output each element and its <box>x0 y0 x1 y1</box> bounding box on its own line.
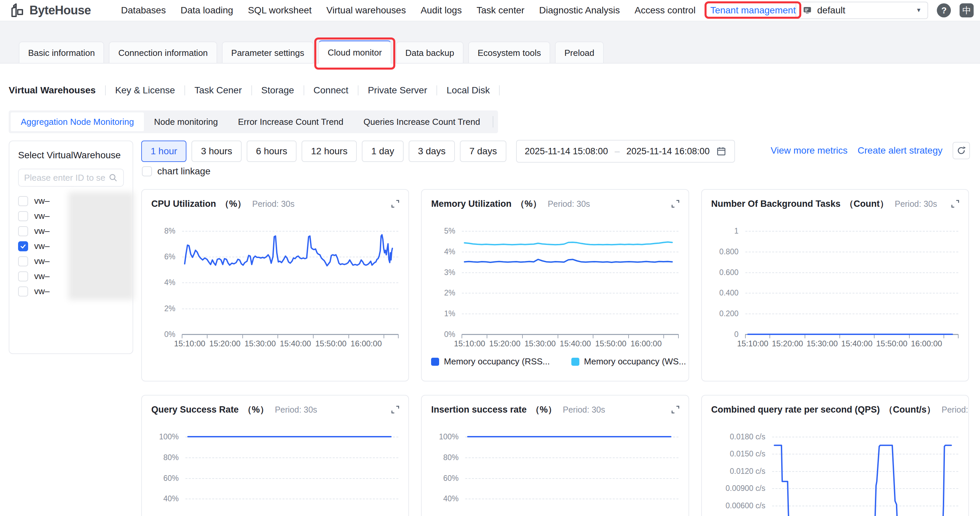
chart-period-label: Period: 30s <box>252 199 294 209</box>
refresh-button[interactable] <box>953 142 970 159</box>
virtual-warehouse-panel: Select VirtualWarehouse Please enter ID … <box>9 141 133 354</box>
legend-item[interactable]: Memory occupancy (RSS... <box>431 356 550 367</box>
subnav-item-local-disk[interactable]: Local Disk <box>437 85 499 96</box>
chart-card-query_success: Query Success Rate（%）Period: 30s100%80%6… <box>141 395 409 516</box>
expand-icon[interactable] <box>950 199 960 209</box>
redacted-region <box>68 192 134 300</box>
nav-item-task-center[interactable]: Task center <box>477 5 525 16</box>
expand-icon[interactable] <box>390 405 400 414</box>
subnav-item-task-cener[interactable]: Task Cener <box>185 85 251 96</box>
x-axis-label: 15:20:00 <box>772 339 803 348</box>
range-button-7-days[interactable]: 7 days <box>460 141 506 162</box>
chart-header: Combined query rate per second (QPS)（Cou… <box>711 403 960 416</box>
chart-title: Query Success Rate <box>151 405 239 415</box>
range-button-1-hour[interactable]: 1 hour <box>141 141 186 162</box>
divider <box>499 85 500 95</box>
chart-linkage-toggle[interactable]: chart linkage <box>142 166 210 177</box>
divider <box>493 116 493 127</box>
warehouse-checkbox[interactable] <box>18 226 28 236</box>
warehouse-checkbox[interactable] <box>18 271 28 281</box>
axis-tick <box>593 334 593 338</box>
help-button[interactable]: ? <box>937 3 951 17</box>
nav-item-tenant-management[interactable]: Tenant management <box>710 5 795 16</box>
subnav-item-virtual-warehouses[interactable]: Virtual Warehouses <box>9 85 105 96</box>
monitor-tab-node-monitoring[interactable]: Node monitoring <box>144 113 228 131</box>
chart-grid-row1: CPU Utilization（%）Period: 30s8%6%4%2%0%1… <box>141 189 969 381</box>
page: ByteHouse DatabasesData loadingSQL works… <box>0 0 980 516</box>
create-alert-strategy-link[interactable]: Create alert strategy <box>858 145 942 156</box>
range-button-1-day[interactable]: 1 day <box>362 141 404 162</box>
y-axis-label: 0.00900 c/s <box>702 484 765 493</box>
chart-line-plot <box>772 426 958 516</box>
y-axis-label: 0.200 <box>702 309 739 318</box>
nav-item-sql-worksheet[interactable]: SQL worksheet <box>248 5 312 16</box>
nav-item-virtual-warehouses[interactable]: Virtual warehouses <box>326 5 406 16</box>
subnav-item-storage[interactable]: Storage <box>252 85 304 96</box>
tab-data-backup[interactable]: Data backup <box>396 41 463 64</box>
monitor-category-nav: Virtual WarehousesKey & LicenseTask Cene… <box>9 83 500 98</box>
tab-parameter-settings[interactable]: Parameter settings <box>222 41 313 64</box>
range-button-3-days[interactable]: 3 days <box>409 141 455 162</box>
expand-icon[interactable] <box>670 199 681 209</box>
x-axis-label: 15:10:00 <box>737 339 768 348</box>
view-more-metrics-link[interactable]: View more metrics <box>771 145 848 156</box>
legend-swatch <box>571 358 579 366</box>
subnav-item-key-license[interactable]: Key & License <box>106 85 185 96</box>
warehouse-search-input[interactable]: Please enter ID to search <box>18 169 124 187</box>
tab-basic-information[interactable]: Basic information <box>19 41 104 64</box>
tab-band: Basic informationConnection informationP… <box>0 21 980 64</box>
expand-icon[interactable] <box>390 199 400 209</box>
y-axis-label: 8% <box>142 227 175 236</box>
language-toggle-button[interactable]: 中 <box>959 3 974 17</box>
chart-linkage-checkbox[interactable] <box>142 166 152 176</box>
chart-unit: （%） <box>243 403 269 416</box>
nav-item-diagnostic-analysis[interactable]: Diagnostic Analysis <box>539 5 620 16</box>
warehouse-checkbox[interactable] <box>18 256 28 267</box>
warehouse-checkbox[interactable] <box>18 211 28 221</box>
subnav-item-private-server[interactable]: Private Server <box>358 85 436 96</box>
tab-ecosystem-tools[interactable]: Ecosystem tools <box>468 41 550 64</box>
tab-preload[interactable]: Preload <box>555 41 604 64</box>
date-start-input[interactable]: 2025-11-14 15:08:00 <box>525 146 608 157</box>
annotation-highlight <box>705 2 801 19</box>
x-axis-label: 15:10:00 <box>454 339 485 348</box>
chart-unit: （%） <box>530 403 557 416</box>
chart-title: Combined query rate per second (QPS) <box>711 405 880 415</box>
y-axis-label: 40% <box>422 494 458 503</box>
workspace-select[interactable]: default ▼ <box>795 2 928 19</box>
x-axis-label: 15:40:00 <box>841 339 872 348</box>
y-axis-label: 60% <box>142 474 179 483</box>
nav-item-access-control[interactable]: Access control <box>635 5 695 16</box>
date-range-picker[interactable]: 2025-11-14 15:08:00 – 2025-11-14 16:08:0… <box>516 140 735 163</box>
calendar-icon[interactable] <box>716 146 726 156</box>
y-axis-label: 5% <box>422 227 455 236</box>
range-button-6-hours[interactable]: 6 hours <box>247 141 296 162</box>
date-separator: – <box>614 146 619 157</box>
nav-item-databases[interactable]: Databases <box>121 5 166 16</box>
monitor-tab-error-increase-count-trend[interactable]: Error Increase Count Trend <box>228 113 353 131</box>
expand-icon[interactable] <box>670 405 681 414</box>
axis-tick <box>348 334 349 338</box>
y-axis-label: 0.800 <box>702 247 739 256</box>
chart-title: Number Of Background Tasks <box>711 199 841 209</box>
range-button-12-hours[interactable]: 12 hours <box>302 141 357 162</box>
legend-item[interactable]: Memory occupancy (WS... <box>571 356 686 367</box>
date-end-input[interactable]: 2025-11-14 16:08:00 <box>626 146 710 157</box>
tab-cloud-monitor[interactable]: Cloud monitor <box>318 40 391 64</box>
warehouse-label: vw– <box>34 256 49 267</box>
series-memory-occupancy-ws- <box>465 242 672 245</box>
subnav-item-connect[interactable]: Connect <box>304 85 358 96</box>
nav-item-audit-logs[interactable]: Audit logs <box>421 5 462 16</box>
axis-tick <box>663 334 664 338</box>
y-axis-label: 100% <box>422 432 458 441</box>
warehouse-checkbox[interactable] <box>18 241 28 251</box>
y-axis-label: 0% <box>422 330 455 339</box>
warehouse-checkbox[interactable] <box>18 286 28 297</box>
monitor-tab-aggregation-node-monitoring[interactable]: Aggregation Node Monitoring <box>11 113 144 131</box>
range-button-3-hours[interactable]: 3 hours <box>191 141 241 162</box>
axis-tick <box>277 334 278 338</box>
tab-connection-information[interactable]: Connection information <box>109 41 217 64</box>
monitor-tab-queries-increase-count-trend[interactable]: Queries Increase Count Trend <box>353 113 490 131</box>
nav-item-data-loading[interactable]: Data loading <box>180 5 233 16</box>
warehouse-checkbox[interactable] <box>18 196 28 206</box>
